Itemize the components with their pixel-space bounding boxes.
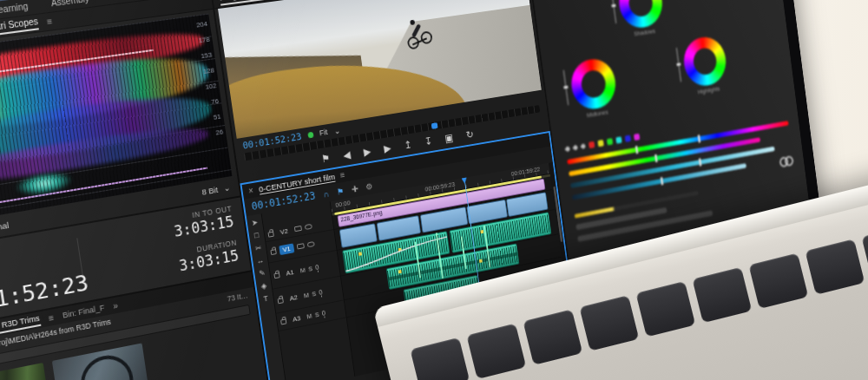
timeline-settings-icon[interactable]: ⚙ [365,181,373,192]
wheel-slider[interactable] [676,48,682,82]
add-marker-button[interactable]: ⚑ [320,152,331,165]
keyframe[interactable] [480,230,483,233]
keyframe[interactable] [398,270,402,273]
snap-icon[interactable]: ∩ [323,188,330,199]
slider-handle[interactable] [635,146,639,154]
color-chip[interactable] [589,141,595,148]
midtones-wheel[interactable]: Midtones [569,56,620,121]
pen-tool[interactable]: ✎ [259,269,266,278]
keyboard-key [748,253,808,309]
mic-icon[interactable] [315,265,319,270]
solo-button[interactable]: S [312,290,317,298]
eyedropper-plus-icon[interactable] [573,144,579,151]
bit-depth-select[interactable]: 8 Bit [201,184,219,196]
eyedropper-minus-icon[interactable] [581,143,587,150]
keyboard-key [692,267,752,323]
step-back-button[interactable]: ◀ [342,148,351,161]
solo-button[interactable]: S [314,311,319,319]
lift-button[interactable]: ↥ [403,138,412,151]
panel-menu-icon[interactable]: ≡ [48,312,55,323]
slider-handle[interactable] [654,154,658,162]
cyclist [402,9,437,51]
scale-tick: 153 [201,52,213,61]
eyedropper-icon[interactable] [565,146,571,153]
playback-status-dot [307,131,313,138]
clip-item[interactable]: 0046_C036_010164… 2:0… [0,363,56,380]
panel-menu-icon[interactable]: ≡ [339,170,345,180]
sync-lock-icon[interactable] [297,243,305,249]
slip-tool[interactable]: ↔ [256,257,265,265]
chevron-down-icon[interactable]: ⌄ [333,125,341,135]
scale-tick: 26 [215,128,224,136]
color-chip[interactable] [634,134,640,141]
loop-button[interactable]: ↻ [465,128,474,141]
track-v1[interactable]: V1 [279,243,294,255]
mute-button[interactable]: M [306,311,312,320]
lock-icon[interactable] [273,272,279,278]
tab-assembly[interactable]: Assembly [50,0,89,8]
play-button[interactable]: ▶ [363,145,372,158]
overflow-chevrons-icon[interactable]: » [112,300,118,311]
color-chip[interactable] [597,140,603,147]
mute-button[interactable]: M [303,291,309,299]
track-a3[interactable]: A3 [289,312,305,324]
razor-tool[interactable]: ✂ [255,244,262,252]
close-panel-icon[interactable]: × [248,186,254,196]
lumetri-scopes-tab[interactable]: Lumetri Scopes [0,16,39,38]
color-chip[interactable] [625,135,631,142]
ring-icon [785,155,794,167]
keyframe[interactable] [479,259,483,263]
tab-learning[interactable]: Learning [0,1,29,15]
track-select-tool[interactable]: □ [254,232,260,240]
lock-icon[interactable] [280,318,286,324]
scale-tick: 51 [214,114,222,121]
track-a2[interactable]: A2 [286,292,301,304]
eye-icon[interactable] [307,241,315,247]
photo-scene: Premiere Pro (Beta) File Edit Clip Seque… [0,0,868,380]
add-track-icon[interactable]: ✚ [351,184,358,194]
clip-thumbnail-forest[interactable] [0,363,51,380]
panel-menu-icon[interactable]: ≡ [46,16,53,27]
color-chip[interactable] [615,136,621,143]
track-v2[interactable]: V2 [276,226,292,238]
keyboard-key [579,295,639,351]
zoom-level-select[interactable]: Fit [319,128,328,137]
wheel-label: Shadows [623,26,667,39]
step-forward-button[interactable]: ▶ [383,141,391,154]
keyboard-key [635,281,695,337]
item-count: 73 It… [227,291,248,303]
highlights-wheel[interactable]: Highlights [681,35,730,97]
hand-tool[interactable]: ◈ [260,282,267,291]
shadows-wheel[interactable]: Shadows [616,0,667,39]
mic-icon[interactable] [319,290,322,295]
wheel-slider[interactable] [562,70,569,106]
rider-helmet [410,20,415,25]
eye-icon[interactable] [305,224,312,230]
type-tool[interactable]: T [263,295,268,304]
lock-icon[interactable] [278,298,284,304]
track-a1[interactable]: A1 [282,266,298,278]
wheel-label: Midtones [575,107,620,121]
selection-tool[interactable]: ➤ [251,219,258,227]
slider-handle[interactable] [698,134,700,142]
marker-icon[interactable]: ⚑ [336,186,345,196]
color-wheel-ring[interactable] [569,56,619,112]
solo-button[interactable]: S [308,265,313,273]
mute-button[interactable]: M [299,265,306,274]
extract-button[interactable]: ↧ [424,134,433,147]
lock-icon[interactable] [268,232,274,238]
lock-icon[interactable] [270,249,276,255]
chevron-down-icon[interactable]: ⌄ [223,182,232,193]
scale-tick: 102 [205,82,217,91]
export-frame-button[interactable]: ▣ [444,131,455,144]
slider-handle[interactable] [699,158,701,166]
keyboard-key [523,309,582,364]
program-playhead[interactable] [431,122,438,129]
mic-icon[interactable] [322,311,326,316]
color-wheel-ring[interactable] [681,35,729,89]
color-chip[interactable] [607,138,613,145]
slider-handle[interactable] [661,177,664,185]
sync-lock-icon[interactable] [294,226,302,232]
wheel-slider[interactable] [611,0,617,23]
linked-wheels-icon [779,155,794,167]
